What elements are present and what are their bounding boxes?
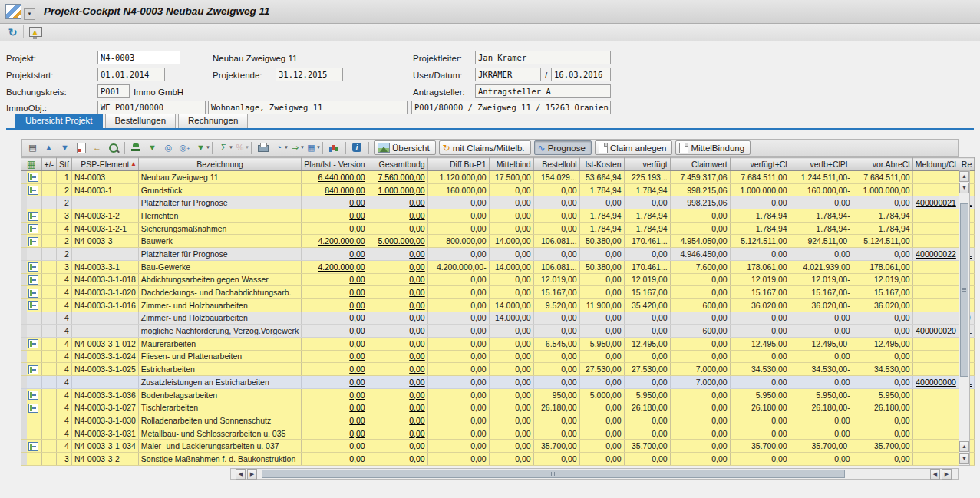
hierarchy-node-icon[interactable] xyxy=(28,391,38,400)
projektende-field[interactable]: 31.12.2015 xyxy=(276,68,343,81)
cell-gesamt[interactable]: 7.560.000,00 xyxy=(368,171,427,184)
link-meld[interactable]: 400000022 xyxy=(916,249,956,259)
tab-rechnungen[interactable]: Rechnungen xyxy=(178,114,248,128)
column-header-verfb[interactable]: verfb+ClPL xyxy=(790,158,853,171)
cell-gesamt[interactable]: 0,00 xyxy=(368,350,427,363)
link-plan[interactable]: 0,00 xyxy=(349,454,365,463)
column-header-plan[interactable]: Plan/Ist - Version xyxy=(302,158,368,171)
layout-icon[interactable]: ▦▼ xyxy=(304,140,318,155)
hierarchy-node-icon[interactable] xyxy=(28,262,38,272)
transaction-icon[interactable] xyxy=(5,4,21,19)
link-plan[interactable]: 0,00 xyxy=(349,275,365,284)
tab--bersicht-projekt[interactable]: Übersicht Projekt xyxy=(15,114,103,128)
cell-plan[interactable]: 0,00 xyxy=(302,286,368,299)
link-plan[interactable]: 0,00 xyxy=(349,288,365,297)
scroll-down-icon[interactable]: ▼ xyxy=(959,183,969,193)
find-icon[interactable]: ◎ xyxy=(161,140,176,155)
cell-meld[interactable]: 400000022 xyxy=(912,248,959,261)
cell-plan[interactable]: 0,00 xyxy=(302,337,368,350)
cell-plan[interactable]: 0,00 xyxy=(302,401,368,414)
hierarchy-node-icon[interactable] xyxy=(28,301,38,310)
refresh-icon[interactable]: ↻ xyxy=(5,25,20,39)
info-icon[interactable]: i xyxy=(350,140,365,155)
projekt-input[interactable]: N4-0003 xyxy=(97,51,180,64)
column-header-claim[interactable]: Claimwert xyxy=(670,158,730,171)
immoobj-description-field[interactable]: Wohnanlage, Zweigweg 11 xyxy=(208,101,408,114)
cell-gesamt[interactable]: 0,00 xyxy=(368,325,427,338)
cell-meld[interactable]: 400000021 xyxy=(912,196,959,209)
scroll-right-end-icon[interactable]: ▶ xyxy=(942,469,952,480)
cell-plan[interactable]: 0,00 xyxy=(302,298,368,312)
cell-gesamt[interactable]: 1.000.000,00 xyxy=(368,183,427,196)
scroll-up-icon[interactable]: ▲ xyxy=(959,171,969,182)
link-gesamt[interactable]: 0,00 xyxy=(409,454,424,463)
dropdown-caret-icon[interactable]: ▼ xyxy=(245,141,249,153)
cell-plan[interactable]: 0,00 xyxy=(302,209,368,223)
link-gesamt[interactable]: 0,00 xyxy=(409,441,424,450)
cell-gesamt[interactable]: 0,00 xyxy=(368,273,427,286)
link-plan[interactable]: 0,00 xyxy=(349,441,365,450)
cell-gesamt[interactable]: 0,00 xyxy=(368,248,427,261)
link-plan[interactable]: 0,00 xyxy=(349,351,365,361)
column-header-ist[interactable]: Ist-Kosten xyxy=(579,158,624,171)
cell-gesamt[interactable]: 0,00 xyxy=(368,388,427,401)
sum-icon[interactable]: Σ▼ xyxy=(216,140,231,155)
link-gesamt[interactable]: 5.000.000,00 xyxy=(378,236,424,246)
link-gesamt[interactable]: 0,00 xyxy=(409,301,424,310)
hierarchy-node-icon[interactable] xyxy=(28,275,38,285)
vertical-scrollbar[interactable]: ▲ ▼ ▲ ▼ xyxy=(959,170,970,466)
cell-plan[interactable]: 0,00 xyxy=(302,440,368,453)
cell-gesamt[interactable]: 0,00 xyxy=(368,401,427,414)
cell-gesamt[interactable]: 0,00 xyxy=(368,427,427,440)
link-plan[interactable]: 0,00 xyxy=(349,416,365,425)
cell-gesamt[interactable]: 0,00 xyxy=(368,209,427,223)
cell-gesamt[interactable]: 0,00 xyxy=(368,337,427,350)
column-header-bestell[interactable]: Bestellobl xyxy=(533,158,579,171)
cell-gesamt[interactable]: 0,00 xyxy=(368,298,427,312)
hierarchy-node-icon[interactable] xyxy=(28,186,38,195)
column-header-verf[interactable]: verfügt xyxy=(624,158,670,171)
column-header-vor[interactable]: vor.AbreCl xyxy=(853,158,912,171)
scroll-left-end-icon[interactable]: ◀ xyxy=(930,469,940,480)
claim-anlegen-button[interactable]: Claim anlegen xyxy=(595,140,673,155)
cell-plan[interactable]: 0,00 xyxy=(302,427,368,440)
uebersicht-button[interactable]: Übersicht xyxy=(374,140,436,155)
link-plan[interactable]: 0,00 xyxy=(349,249,365,259)
cell-gesamt[interactable]: 0,00 xyxy=(368,440,427,453)
link-gesamt[interactable]: 0,00 xyxy=(409,429,424,438)
link-plan[interactable]: 6.440.000,00 xyxy=(318,173,365,182)
link-gesamt[interactable]: 0,00 xyxy=(409,326,424,335)
link-plan[interactable]: 0,00 xyxy=(349,313,365,322)
column-header-gesamt[interactable]: Gesamtbudg xyxy=(368,158,427,171)
link-plan[interactable]: 0,00 xyxy=(349,198,365,207)
cell-gesamt[interactable]: 0,00 xyxy=(368,312,427,325)
link-gesamt[interactable]: 0,00 xyxy=(409,339,424,348)
hierarchy-node-icon[interactable] xyxy=(28,224,38,233)
column-header-pm[interactable]: +/- xyxy=(41,158,57,171)
edit-page-icon[interactable] xyxy=(74,140,88,155)
cell-gesamt[interactable]: 0,00 xyxy=(368,414,427,427)
sort-descending-icon[interactable]: ▼ xyxy=(58,140,72,155)
filter-menu-icon[interactable]: ▼▼ xyxy=(193,140,208,155)
cell-plan[interactable]: 840.000,00 xyxy=(302,183,368,196)
cell-plan[interactable]: 4.200.000,00 xyxy=(302,235,368,248)
cell-gesamt[interactable]: 0,00 xyxy=(368,222,427,235)
user-field[interactable]: JKRAMER xyxy=(475,68,541,81)
sort-ascending-icon[interactable]: ▲ xyxy=(41,140,56,155)
link-meld[interactable]: 400000000 xyxy=(916,378,956,387)
column-header-re[interactable]: Re xyxy=(959,158,974,171)
column-header-mittelb[interactable]: Mittelbind xyxy=(489,158,533,171)
cell-plan[interactable]: 0,00 xyxy=(302,376,368,389)
link-gesamt[interactable]: 0,00 xyxy=(409,262,424,272)
cell-gesamt[interactable]: 0,00 xyxy=(368,286,427,299)
link-gesamt[interactable]: 0,00 xyxy=(409,288,424,297)
filter-icon[interactable]: ▼ xyxy=(145,140,160,155)
export-icon[interactable]: ⇒▼ xyxy=(288,140,302,155)
cell-gesamt[interactable]: 0,00 xyxy=(368,453,427,466)
prognose-button[interactable]: ∿Prognose xyxy=(534,140,592,155)
link-gesamt[interactable]: 0,00 xyxy=(409,403,424,412)
link-meld[interactable]: 400000021 xyxy=(916,198,956,207)
datum-field[interactable]: 16.03.2016 xyxy=(551,68,611,81)
collapse-hierarchy-icon[interactable]: ← xyxy=(90,140,104,155)
dropdown-caret-icon[interactable]: ▼ xyxy=(316,141,321,153)
